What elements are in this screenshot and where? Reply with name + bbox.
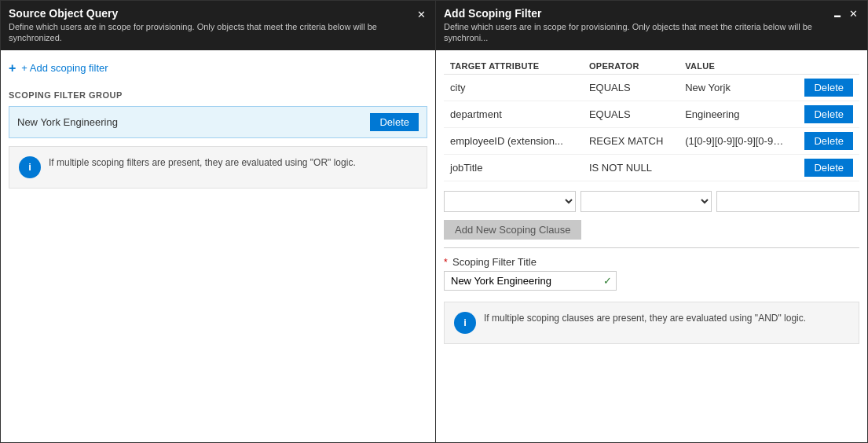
- filter-group-delete-button[interactable]: Delete: [370, 113, 419, 131]
- right-panel-header: Add Scoping Filter Define which users ar…: [436, 1, 867, 50]
- info-icon-right: i: [454, 312, 476, 334]
- left-panel-header: Source Object Query Define which users a…: [1, 1, 435, 50]
- cell-operator: EQUALS: [583, 74, 679, 101]
- cell-value: [679, 154, 792, 181]
- add-scoping-filter-button[interactable]: + + Add scoping filter: [9, 58, 108, 79]
- row-delete-button[interactable]: Delete: [804, 159, 853, 177]
- checkmark-icon: ✓: [603, 275, 612, 287]
- right-panel-body: TARGET ATTRIBUTE OPERATOR VALUE cityEQUA…: [436, 50, 867, 442]
- col-value: VALUE: [679, 58, 792, 75]
- filter-group-item: New York Engineering Delete: [9, 106, 427, 138]
- new-clause-row: [444, 191, 859, 212]
- add-new-scoping-clause-button[interactable]: Add New Scoping Clause: [444, 220, 581, 240]
- left-panel-subtitle: Define which users are in scope for prov…: [9, 21, 416, 44]
- required-asterisk: *: [444, 257, 448, 268]
- close-icon: ✕: [417, 9, 426, 20]
- info-icon-left: i: [19, 156, 41, 178]
- row-delete-button[interactable]: Delete: [804, 79, 853, 97]
- right-panel-title: Add Scoping Filter: [444, 7, 833, 20]
- right-info-text: If multiple scoping clauses are present,…: [484, 312, 806, 325]
- cell-attr: city: [444, 74, 583, 101]
- col-target-attr: TARGET ATTRIBUTE: [444, 58, 583, 75]
- right-panel: Add Scoping Filter Define which users ar…: [436, 0, 868, 443]
- left-panel-title: Source Object Query: [9, 7, 416, 20]
- cell-attr: jobTitle: [444, 154, 583, 181]
- left-info-box: i If multiple scoping filters are presen…: [9, 146, 427, 189]
- right-panel-close-button[interactable]: ✕: [848, 7, 859, 20]
- left-panel-body: + + Add scoping filter SCOPING FILTER GR…: [1, 50, 435, 442]
- cell-attr: department: [444, 101, 583, 127]
- scoping-title-input[interactable]: [444, 271, 617, 291]
- cell-operator: EQUALS: [583, 101, 679, 127]
- left-info-text: If multiple scoping filters are present,…: [49, 156, 356, 170]
- operator-select[interactable]: [580, 191, 712, 212]
- table-row: cityEQUALSNew YorjkDelete: [444, 74, 859, 101]
- minimize-icon: 🗕: [833, 8, 843, 20]
- scoping-filter-group-label: SCOPING FILTER GROUP: [9, 90, 427, 100]
- table-row: employeeID (extension...REGEX MATCH(1[0-…: [444, 127, 859, 154]
- right-info-box: i If multiple scoping clauses are presen…: [444, 302, 859, 344]
- scoping-title-label: * Scoping Filter Title: [444, 256, 859, 268]
- attr-select[interactable]: [444, 191, 576, 212]
- cell-attr: employeeID (extension...: [444, 127, 583, 154]
- table-row: jobTitleIS NOT NULLDelete: [444, 154, 859, 181]
- cell-value: Engineering: [679, 101, 792, 127]
- minimize-button[interactable]: 🗕: [833, 7, 843, 20]
- add-filter-label: + Add scoping filter: [21, 62, 108, 74]
- plus-icon: +: [9, 61, 16, 75]
- left-panel: Source Object Query Define which users a…: [0, 0, 436, 443]
- left-panel-close-button[interactable]: ✕: [416, 7, 427, 21]
- scoping-table: TARGET ATTRIBUTE OPERATOR VALUE cityEQUA…: [444, 58, 859, 181]
- cell-value: New Yorjk: [679, 74, 792, 101]
- row-delete-button[interactable]: Delete: [804, 105, 853, 123]
- cell-operator: IS NOT NULL: [583, 154, 679, 181]
- divider: [444, 247, 859, 248]
- cell-operator: REGEX MATCH: [583, 127, 679, 154]
- value-input[interactable]: [716, 191, 859, 212]
- filter-group-name: New York Engineering: [17, 116, 118, 128]
- right-panel-subtitle: Define which users are in scope for prov…: [444, 21, 833, 44]
- col-operator: OPERATOR: [583, 58, 679, 75]
- table-row: departmentEQUALSEngineeringDelete: [444, 101, 859, 127]
- close-icon-right: ✕: [849, 8, 858, 20]
- scoping-title-section: * Scoping Filter Title ✓: [444, 256, 859, 291]
- cell-value: (1[0-9][0-9][0-9][0-9][0-9][0-9][0-9][0-…: [679, 127, 792, 154]
- row-delete-button[interactable]: Delete: [804, 132, 853, 150]
